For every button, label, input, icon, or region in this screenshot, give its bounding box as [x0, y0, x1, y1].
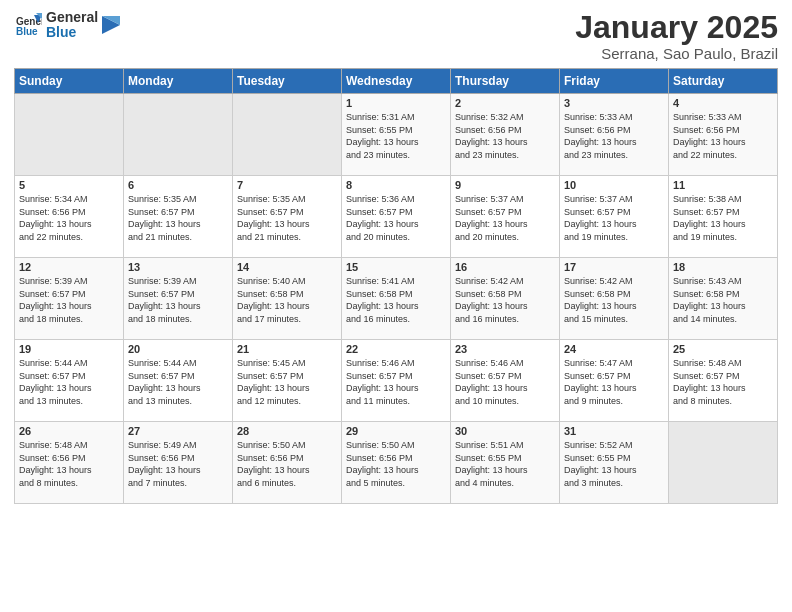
logo: General Blue General Blue	[14, 10, 120, 41]
day-info: Sunrise: 5:39 AMSunset: 6:57 PMDaylight:…	[19, 275, 119, 325]
day-info: Sunrise: 5:49 AMSunset: 6:56 PMDaylight:…	[128, 439, 228, 489]
day-number: 4	[673, 97, 773, 109]
day-number: 24	[564, 343, 664, 355]
logo-text-general: General	[46, 10, 98, 25]
day-info: Sunrise: 5:33 AMSunset: 6:56 PMDaylight:…	[564, 111, 664, 161]
calendar-cell: 1Sunrise: 5:31 AMSunset: 6:55 PMDaylight…	[342, 94, 451, 176]
day-info: Sunrise: 5:43 AMSunset: 6:58 PMDaylight:…	[673, 275, 773, 325]
calendar-subtitle: Serrana, Sao Paulo, Brazil	[575, 45, 778, 62]
calendar-week-2: 5Sunrise: 5:34 AMSunset: 6:56 PMDaylight…	[15, 176, 778, 258]
day-number: 13	[128, 261, 228, 273]
day-number: 7	[237, 179, 337, 191]
calendar-week-5: 26Sunrise: 5:48 AMSunset: 6:56 PMDayligh…	[15, 422, 778, 504]
calendar-cell: 5Sunrise: 5:34 AMSunset: 6:56 PMDaylight…	[15, 176, 124, 258]
day-info: Sunrise: 5:44 AMSunset: 6:57 PMDaylight:…	[128, 357, 228, 407]
calendar-cell: 11Sunrise: 5:38 AMSunset: 6:57 PMDayligh…	[669, 176, 778, 258]
day-info: Sunrise: 5:50 AMSunset: 6:56 PMDaylight:…	[346, 439, 446, 489]
day-info: Sunrise: 5:50 AMSunset: 6:56 PMDaylight:…	[237, 439, 337, 489]
calendar-body: 1Sunrise: 5:31 AMSunset: 6:55 PMDaylight…	[15, 94, 778, 504]
day-number: 15	[346, 261, 446, 273]
calendar-week-3: 12Sunrise: 5:39 AMSunset: 6:57 PMDayligh…	[15, 258, 778, 340]
day-info: Sunrise: 5:34 AMSunset: 6:56 PMDaylight:…	[19, 193, 119, 243]
day-number: 6	[128, 179, 228, 191]
day-header-wednesday: Wednesday	[342, 69, 451, 94]
day-number: 21	[237, 343, 337, 355]
day-info: Sunrise: 5:48 AMSunset: 6:56 PMDaylight:…	[19, 439, 119, 489]
day-info: Sunrise: 5:46 AMSunset: 6:57 PMDaylight:…	[346, 357, 446, 407]
day-number: 11	[673, 179, 773, 191]
calendar-cell: 15Sunrise: 5:41 AMSunset: 6:58 PMDayligh…	[342, 258, 451, 340]
calendar-cell: 20Sunrise: 5:44 AMSunset: 6:57 PMDayligh…	[124, 340, 233, 422]
day-number: 28	[237, 425, 337, 437]
calendar-cell: 3Sunrise: 5:33 AMSunset: 6:56 PMDaylight…	[560, 94, 669, 176]
calendar-cell: 14Sunrise: 5:40 AMSunset: 6:58 PMDayligh…	[233, 258, 342, 340]
day-info: Sunrise: 5:46 AMSunset: 6:57 PMDaylight:…	[455, 357, 555, 407]
day-info: Sunrise: 5:35 AMSunset: 6:57 PMDaylight:…	[128, 193, 228, 243]
day-info: Sunrise: 5:35 AMSunset: 6:57 PMDaylight:…	[237, 193, 337, 243]
day-info: Sunrise: 5:48 AMSunset: 6:57 PMDaylight:…	[673, 357, 773, 407]
calendar-week-4: 19Sunrise: 5:44 AMSunset: 6:57 PMDayligh…	[15, 340, 778, 422]
day-info: Sunrise: 5:40 AMSunset: 6:58 PMDaylight:…	[237, 275, 337, 325]
day-info: Sunrise: 5:37 AMSunset: 6:57 PMDaylight:…	[564, 193, 664, 243]
day-number: 3	[564, 97, 664, 109]
day-info: Sunrise: 5:45 AMSunset: 6:57 PMDaylight:…	[237, 357, 337, 407]
day-number: 27	[128, 425, 228, 437]
day-info: Sunrise: 5:32 AMSunset: 6:56 PMDaylight:…	[455, 111, 555, 161]
day-header-saturday: Saturday	[669, 69, 778, 94]
calendar-cell	[124, 94, 233, 176]
day-number: 19	[19, 343, 119, 355]
calendar-cell: 6Sunrise: 5:35 AMSunset: 6:57 PMDaylight…	[124, 176, 233, 258]
calendar-cell: 30Sunrise: 5:51 AMSunset: 6:55 PMDayligh…	[451, 422, 560, 504]
calendar-cell: 21Sunrise: 5:45 AMSunset: 6:57 PMDayligh…	[233, 340, 342, 422]
day-number: 20	[128, 343, 228, 355]
day-number: 18	[673, 261, 773, 273]
day-header-thursday: Thursday	[451, 69, 560, 94]
day-info: Sunrise: 5:42 AMSunset: 6:58 PMDaylight:…	[564, 275, 664, 325]
calendar-cell: 17Sunrise: 5:42 AMSunset: 6:58 PMDayligh…	[560, 258, 669, 340]
calendar-cell: 29Sunrise: 5:50 AMSunset: 6:56 PMDayligh…	[342, 422, 451, 504]
day-number: 12	[19, 261, 119, 273]
logo-icon: General Blue	[14, 11, 42, 39]
day-info: Sunrise: 5:42 AMSunset: 6:58 PMDaylight:…	[455, 275, 555, 325]
calendar-cell: 31Sunrise: 5:52 AMSunset: 6:55 PMDayligh…	[560, 422, 669, 504]
title-block: January 2025 Serrana, Sao Paulo, Brazil	[575, 10, 778, 62]
calendar-cell	[233, 94, 342, 176]
calendar-cell: 25Sunrise: 5:48 AMSunset: 6:57 PMDayligh…	[669, 340, 778, 422]
day-number: 1	[346, 97, 446, 109]
day-number: 2	[455, 97, 555, 109]
day-info: Sunrise: 5:33 AMSunset: 6:56 PMDaylight:…	[673, 111, 773, 161]
calendar-cell: 28Sunrise: 5:50 AMSunset: 6:56 PMDayligh…	[233, 422, 342, 504]
calendar-table: SundayMondayTuesdayWednesdayThursdayFrid…	[14, 68, 778, 504]
day-info: Sunrise: 5:44 AMSunset: 6:57 PMDaylight:…	[19, 357, 119, 407]
day-number: 16	[455, 261, 555, 273]
day-info: Sunrise: 5:47 AMSunset: 6:57 PMDaylight:…	[564, 357, 664, 407]
calendar-cell: 2Sunrise: 5:32 AMSunset: 6:56 PMDaylight…	[451, 94, 560, 176]
day-info: Sunrise: 5:37 AMSunset: 6:57 PMDaylight:…	[455, 193, 555, 243]
day-number: 30	[455, 425, 555, 437]
day-info: Sunrise: 5:51 AMSunset: 6:55 PMDaylight:…	[455, 439, 555, 489]
calendar-cell: 7Sunrise: 5:35 AMSunset: 6:57 PMDaylight…	[233, 176, 342, 258]
calendar-cell: 9Sunrise: 5:37 AMSunset: 6:57 PMDaylight…	[451, 176, 560, 258]
calendar-cell: 10Sunrise: 5:37 AMSunset: 6:57 PMDayligh…	[560, 176, 669, 258]
day-number: 25	[673, 343, 773, 355]
day-info: Sunrise: 5:31 AMSunset: 6:55 PMDaylight:…	[346, 111, 446, 161]
calendar-cell	[15, 94, 124, 176]
calendar-cell: 27Sunrise: 5:49 AMSunset: 6:56 PMDayligh…	[124, 422, 233, 504]
day-number: 14	[237, 261, 337, 273]
calendar-cell: 18Sunrise: 5:43 AMSunset: 6:58 PMDayligh…	[669, 258, 778, 340]
day-number: 22	[346, 343, 446, 355]
page: General Blue General Blue January 2025 S…	[0, 0, 792, 612]
day-header-friday: Friday	[560, 69, 669, 94]
calendar-cell: 16Sunrise: 5:42 AMSunset: 6:58 PMDayligh…	[451, 258, 560, 340]
day-info: Sunrise: 5:39 AMSunset: 6:57 PMDaylight:…	[128, 275, 228, 325]
calendar-cell: 8Sunrise: 5:36 AMSunset: 6:57 PMDaylight…	[342, 176, 451, 258]
header: General Blue General Blue January 2025 S…	[14, 10, 778, 62]
day-info: Sunrise: 5:38 AMSunset: 6:57 PMDaylight:…	[673, 193, 773, 243]
svg-text:Blue: Blue	[16, 26, 38, 37]
calendar-cell: 23Sunrise: 5:46 AMSunset: 6:57 PMDayligh…	[451, 340, 560, 422]
calendar-cell: 19Sunrise: 5:44 AMSunset: 6:57 PMDayligh…	[15, 340, 124, 422]
logo-arrow-icon	[102, 16, 120, 34]
day-header-tuesday: Tuesday	[233, 69, 342, 94]
calendar-header-row: SundayMondayTuesdayWednesdayThursdayFrid…	[15, 69, 778, 94]
calendar-cell: 24Sunrise: 5:47 AMSunset: 6:57 PMDayligh…	[560, 340, 669, 422]
